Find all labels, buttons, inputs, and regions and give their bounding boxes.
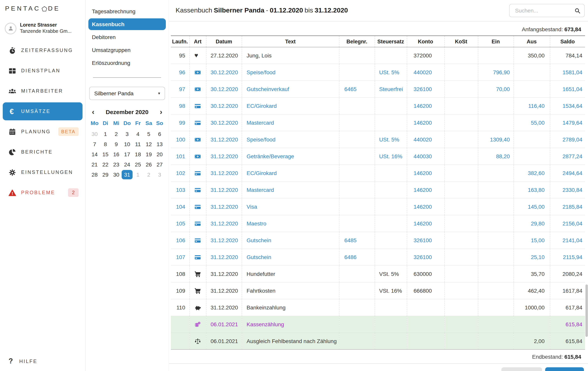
table-row[interactable]: 10931.12.2020FahrtkostenVSt. 16%66680046… [171, 282, 585, 299]
cell-konto [407, 316, 444, 333]
add-entry-button[interactable] [174, 368, 186, 371]
calendar-day[interactable]: 13 [154, 140, 165, 149]
calendar-day[interactable]: 3 [122, 129, 132, 139]
table-row[interactable]: 10131.12.2020Getränke/BeverageUSt. 16%44… [171, 148, 585, 165]
cell-ein [478, 333, 514, 350]
calendar-day[interactable]: 6 [154, 129, 165, 139]
table-row[interactable]: 9730.12.2020Gutscheinverkauf6465Steuerfr… [171, 81, 585, 98]
cell-art [189, 232, 206, 249]
search-icon[interactable] [575, 8, 580, 13]
user-profile[interactable]: Lorenz Strasser Tanzende Krabbe Gm... [0, 12, 85, 35]
table-row[interactable]: 95♥27.12.2020Jung, Lois372000350,00784,1… [171, 47, 585, 64]
table-row[interactable]: 06.01.2021Ausgleich Fehlbestand nach Zäh… [171, 333, 585, 350]
calendar-day[interactable]: 8 [100, 140, 111, 149]
table-row[interactable]: 10331.12.2020Mastercard146200163,802330,… [171, 181, 585, 198]
cell-art [189, 282, 206, 299]
calendar-day[interactable]: 14 [89, 150, 100, 159]
sidebar-item-zeiterfassung[interactable]: ZEITERFASSUNG [3, 42, 83, 60]
calendar-day[interactable]: 17 [122, 150, 132, 159]
cell-konto: 372000 [407, 47, 444, 64]
calendar-prev-button[interactable]: ‹ [92, 108, 94, 116]
calendar-day[interactable]: 21 [89, 160, 100, 169]
cell-datum: 31.12.2020 [206, 148, 242, 165]
cell-text: EC/Girokard [242, 165, 339, 181]
calendar-day[interactable]: 1 [133, 170, 143, 179]
table-row[interactable]: 11031.12.2020Bankeinzahlung1000,00617,84 [171, 299, 585, 316]
table-row[interactable]: 10831.12.2020HundefutterVSt. 5%63000035,… [171, 265, 585, 282]
calendar-day[interactable]: 23 [111, 160, 122, 169]
calendar-day[interactable]: 19 [143, 150, 154, 159]
calendar-day-selected[interactable]: 31 [122, 170, 132, 179]
cell-ein [478, 215, 514, 232]
pie-chart-icon [8, 148, 16, 156]
table-row[interactable]: 10631.12.2020Gutschein648532610015,00214… [171, 232, 585, 249]
table-row[interactable]: 9930.12.2020Mastercard14620055,001479,64 [171, 114, 585, 131]
submenu-item-tagesabrechnung[interactable]: Tagesabrechnung [88, 5, 166, 17]
credit-card-icon [194, 254, 201, 261]
submenu-item-erl-szuordnung[interactable]: Erlöszuordnung [88, 57, 166, 69]
table-row[interactable]: 10031.12.2020Speise/foodUSt. 5%440020130… [171, 131, 585, 148]
sidebar-item-dienstplan[interactable]: DIENSTPLAN [3, 62, 83, 80]
submenu-item-umsatzgruppen[interactable]: Umsatzgruppen [88, 44, 166, 56]
cell-kost [444, 282, 478, 299]
calendar-day[interactable]: 20 [154, 150, 165, 159]
calendar-day[interactable]: 30 [89, 129, 100, 139]
location-select[interactable]: Silberner Panda ▼ [89, 87, 165, 100]
sidebar-item-ums-tze[interactable]: €UMSÄTZE [3, 102, 83, 120]
calendar-day[interactable]: 7 [89, 140, 100, 149]
sidebar-item-einstellungen[interactable]: EINSTELLUNGEN [3, 163, 83, 181]
calendar-day[interactable]: 2 [111, 129, 122, 139]
submenu-item-kassenbuch[interactable]: Kassenbuch [88, 18, 166, 30]
cell-ein [478, 265, 514, 282]
calendar-day[interactable]: 5 [143, 129, 154, 139]
submenu-item-debitoren[interactable]: Debitoren [88, 31, 166, 43]
page-scrollbar-thumb[interactable] [586, 284, 588, 337]
table-row[interactable]: 10431.12.2020Visa146200145,002185,84 [171, 198, 585, 215]
calendar-day[interactable]: 10 [122, 140, 132, 149]
calendar-day[interactable]: 22 [100, 160, 111, 169]
plus-icon [177, 370, 184, 371]
table-row[interactable]: 06.01.2021Kassenzählung615,84 [171, 316, 585, 333]
table-row[interactable]: 10531.12.2020Maestro14620029,802156,04 [171, 215, 585, 232]
calendar-day[interactable]: 3 [154, 170, 165, 179]
calendar-next-button[interactable]: › [160, 108, 162, 116]
cancel-button[interactable]: Abbrechen [501, 367, 542, 371]
calendar-day[interactable]: 12 [143, 140, 154, 149]
cell-steuersatz [375, 299, 407, 316]
question-icon: ? [9, 357, 14, 365]
table-row[interactable]: 10731.12.2020Gutschein648632610025,10211… [171, 249, 585, 265]
calendar-day[interactable]: 25 [133, 160, 143, 169]
save-button[interactable]: Speichern [545, 367, 584, 371]
calendar-day[interactable]: 1 [100, 129, 111, 139]
table-row[interactable]: 9630.12.2020Speise/foodUSt. 5%440020796,… [171, 64, 585, 81]
sidebar-item-planung[interactable]: PLANUNGBETA [3, 123, 83, 141]
calendar-day[interactable]: 9 [111, 140, 122, 149]
calendar-day[interactable]: 11 [133, 140, 143, 149]
calendar-day[interactable]: 16 [111, 150, 122, 159]
calendar-day[interactable]: 29 [100, 170, 111, 179]
cell-art [189, 333, 206, 350]
calendar-day[interactable]: 2 [143, 170, 154, 179]
euro-icon: € [8, 108, 16, 115]
calendar-day[interactable]: 30 [111, 170, 122, 179]
cell-art [189, 249, 206, 265]
calendar-day[interactable]: 27 [154, 160, 165, 169]
cell-belegnr: 6485 [339, 232, 375, 249]
table-row[interactable]: 10231.12.2020EC/Girokard146200382,602494… [171, 165, 585, 181]
calendar-day[interactable]: 26 [143, 160, 154, 169]
calendar-day[interactable]: 18 [133, 150, 143, 159]
calendar-day[interactable]: 28 [89, 170, 100, 179]
cell-saldo: 1534,64 [550, 98, 585, 114]
cell-aus [514, 64, 550, 81]
sidebar-item-mitarbeiter[interactable]: MITARBEITER [3, 82, 83, 100]
sidebar-item-berichte[interactable]: BERICHTE [3, 143, 83, 161]
search-input[interactable] [514, 7, 575, 14]
sidebar-item-probleme[interactable]: PROBLEME2 [3, 184, 83, 202]
cell-belegnr [339, 98, 375, 114]
calendar-day[interactable]: 15 [100, 150, 111, 159]
sidebar-item-hilfe[interactable]: ? HILFE [0, 357, 85, 371]
table-row[interactable]: 9830.12.2020EC/Girokard146200116,401534,… [171, 98, 585, 114]
calendar-day[interactable]: 24 [122, 160, 132, 169]
cell-konto [407, 333, 444, 350]
calendar-day[interactable]: 4 [133, 129, 143, 139]
